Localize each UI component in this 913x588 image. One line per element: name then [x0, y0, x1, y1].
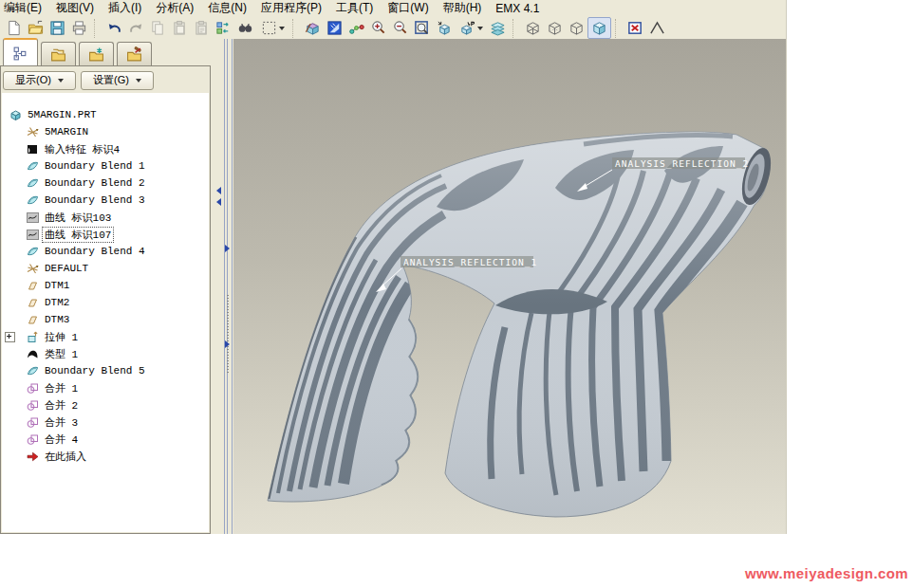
tree-item-label[interactable]: 合并 1 [43, 381, 80, 395]
no-hidden-icon[interactable] [566, 18, 587, 38]
new-file-icon[interactable] [3, 18, 25, 38]
show-button[interactable]: 显示(O) [3, 71, 76, 90]
selection-filter-icon[interactable] [256, 18, 289, 38]
tree-item[interactable]: Boundary Blend 4 [2, 243, 209, 260]
tree-item[interactable]: 在此插入 [2, 448, 209, 465]
menu-item[interactable]: 信息(N) [208, 0, 247, 16]
copy-icon[interactable] [147, 18, 169, 38]
tree-item-label[interactable]: 5MARGIN.PRT [26, 109, 99, 120]
reorient-icon[interactable] [433, 18, 455, 38]
tree-item[interactable]: Boundary Blend 3 [2, 192, 209, 209]
collapse-left-icon[interactable] [216, 198, 221, 206]
tree-item[interactable]: DTM3 [2, 311, 209, 328]
tab-model-tree[interactable] [3, 38, 38, 66]
redo-icon[interactable] [125, 18, 147, 38]
tree-item[interactable]: 合并 2 [2, 396, 209, 413]
tree-item-label[interactable]: 合并 3 [43, 415, 80, 430]
expand-right-icon[interactable] [225, 245, 230, 252]
paste-special-icon[interactable] [191, 18, 213, 38]
csys-icon [27, 263, 39, 275]
repaint-icon[interactable] [302, 18, 324, 38]
shaded-view-settings-icon[interactable] [324, 18, 345, 38]
expander-icon[interactable] [5, 332, 15, 342]
angle-icon[interactable] [646, 18, 668, 38]
tree-item-label[interactable]: 类型 1 [43, 347, 80, 361]
menu-item[interactable]: 视图(V) [56, 0, 94, 16]
tree-item[interactable]: 类型 1 [2, 345, 209, 362]
tree-item[interactable]: DTM2 [2, 294, 209, 311]
open-file-icon[interactable] [25, 18, 47, 38]
tree-item-label[interactable]: 曲线 标识103 [43, 211, 113, 225]
tree-item-label[interactable]: 输入特征 标识4 [43, 142, 121, 156]
tree-item[interactable]: 曲线 标识103 [2, 209, 209, 226]
navigator-panel: 显示(O) 设置(G) 5MARGIN.PRT5MARGIN输入特征 标识4Bo… [0, 65, 211, 534]
menu-item[interactable]: 编辑(E) [4, 0, 42, 16]
undo-icon[interactable] [103, 18, 125, 38]
tree-item-label[interactable]: 5MARGIN [43, 126, 90, 138]
tree-item-label[interactable]: Boundary Blend 5 [43, 365, 147, 377]
settings-button[interactable]: 设置(G) [81, 71, 154, 90]
menu-item[interactable]: EMX 4.1 [495, 2, 539, 15]
tree-item-label[interactable]: DEFAULT [43, 263, 90, 274]
menu-item[interactable]: 应用程序(P) [261, 0, 322, 16]
menu-item[interactable]: 工具(T) [336, 0, 373, 16]
tree-item-label[interactable]: 拉伸 1 [43, 330, 80, 344]
tree-item-label[interactable]: Boundary Blend 3 [43, 194, 147, 206]
tree-item[interactable]: DEFAULT [2, 260, 209, 277]
tree-item-label[interactable]: 合并 4 [43, 432, 80, 447]
tree-item[interactable]: Boundary Blend 5 [2, 362, 209, 379]
tree-item[interactable]: Boundary Blend 2 [2, 175, 209, 192]
dropdown-caret-icon [477, 27, 483, 30]
tree-item-label[interactable]: Boundary Blend 4 [43, 246, 147, 257]
tab-favorites[interactable] [79, 42, 114, 66]
tab-folder-browser[interactable] [41, 42, 76, 66]
graphics-viewport[interactable]: ANALYSIS_REFLECTION_2 ANALYSIS_REFLECTIO… [233, 39, 786, 534]
tree-item-label[interactable]: DTM3 [43, 314, 71, 325]
shaded-icon[interactable] [587, 17, 611, 39]
tree-item[interactable]: 合并 4 [2, 431, 209, 448]
menu-item[interactable]: 帮助(H) [443, 0, 482, 16]
tree-item-label[interactable]: 曲线 标识107 [43, 228, 113, 242]
menu-item[interactable]: 分析(A) [156, 0, 194, 16]
spin-center-icon[interactable] [345, 18, 367, 38]
find-icon[interactable] [234, 18, 256, 38]
splitter-grip[interactable] [227, 295, 229, 375]
tree-item[interactable]: 输入特征 标识4 [2, 140, 209, 157]
collapse-left-icon[interactable] [216, 187, 221, 194]
refit-icon[interactable] [411, 18, 433, 38]
menu-item[interactable]: 插入(I) [108, 0, 141, 16]
tree-item-label[interactable]: Boundary Blend 2 [43, 177, 147, 189]
print-icon[interactable] [68, 18, 90, 38]
tree-item-label[interactable]: 合并 2 [43, 398, 80, 413]
tree-item[interactable]: DTM1 [2, 277, 209, 294]
paste-icon[interactable] [169, 18, 191, 38]
tree-item[interactable]: 曲线 标识107 [2, 226, 209, 243]
dtm-icon [27, 280, 39, 292]
layers-icon[interactable] [487, 18, 509, 38]
tree-item[interactable]: 合并 3 [2, 413, 209, 431]
zoom-in-icon[interactable] [367, 18, 389, 38]
tree-item[interactable]: 5MARGIN.PRT [2, 106, 209, 123]
toolbar-separator [615, 19, 622, 38]
tree-item[interactable]: 拉伸 1 [2, 328, 209, 345]
panel-splitter[interactable] [211, 39, 233, 534]
tree-item[interactable]: Boundary Blend 1 [2, 157, 209, 175]
tree-item-label[interactable]: DTM1 [43, 280, 71, 291]
expand-right-icon[interactable] [225, 340, 230, 348]
zoom-out-icon[interactable] [389, 18, 411, 38]
curve-icon [27, 229, 39, 241]
tree-item-label[interactable]: Boundary Blend 1 [43, 160, 147, 172]
tab-connections[interactable] [117, 42, 152, 66]
hidden-line-icon[interactable] [544, 18, 566, 38]
tree-item[interactable]: 合并 1 [2, 379, 209, 396]
menu-item[interactable]: 窗口(W) [387, 0, 428, 16]
style-icon [27, 348, 39, 360]
saved-view-list-icon[interactable] [455, 18, 487, 38]
tree-item[interactable]: 5MARGIN [2, 123, 209, 140]
tree-item-label[interactable]: 在此插入 [43, 450, 88, 464]
tree-item-label[interactable]: DTM2 [43, 297, 71, 308]
save-file-icon[interactable] [47, 18, 68, 38]
wireframe-icon[interactable] [522, 18, 544, 38]
regenerate-icon[interactable] [213, 18, 234, 38]
datum-display-toggle-icon[interactable] [624, 18, 646, 38]
